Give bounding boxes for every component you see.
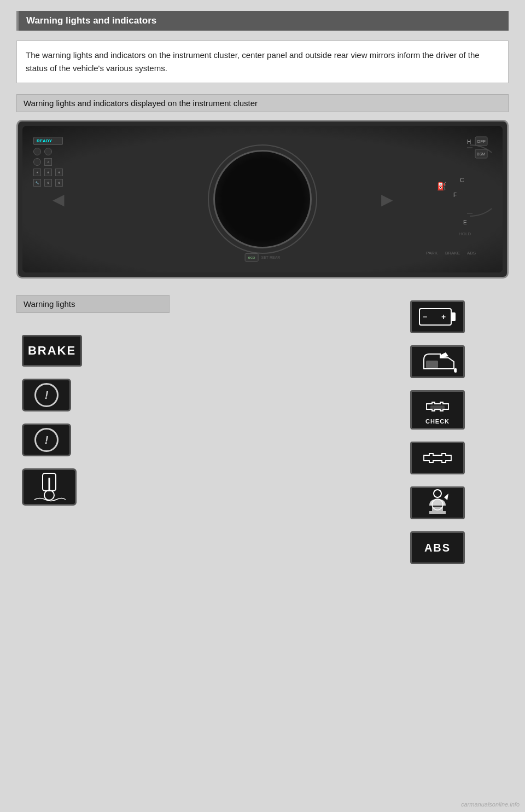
svg-rect-22 [426,361,438,368]
right-gauge-panel: H C F E ⛽ OFF BSM [382,134,492,265]
set-text: SET REAR [261,256,281,259]
indicator-row-2: ⚠ [33,158,63,166]
circle-i-text-2: ! [45,434,49,446]
watermark: carmanualsonline.info [461,801,520,808]
svg-rect-24 [430,405,445,410]
warning-left-column: Warning lights BRAKE ! ! [16,295,394,564]
right-gauges-svg: H C F E ⛽ OFF BSM [382,134,492,265]
warning-lights-header: Warning lights [16,295,170,313]
svg-text:ABS: ABS [467,251,476,256]
indicator-sq-7: ⚙ [55,179,63,187]
indicator-sq-3: ❄ [44,169,52,176]
speedo-circle [213,150,312,248]
left-indicator-panel: READY ⚠ ☀ ❄ ❄ 🔧 ⚙ ⚙ [33,137,63,187]
svg-text:BSM: BSM [477,152,485,156]
eco-badge: eco [245,253,259,262]
warning-lights-label: Warning lights [24,299,75,309]
page-wrapper: Warning lights and indicators The warnin… [0,0,525,812]
warning-lights-section: Warning lights BRAKE ! ! [16,295,509,564]
coolant-warning-box [22,468,77,506]
left-warning-icons: BRAKE ! ! [16,335,394,506]
airbag-warning-box [410,486,465,519]
indicator-row-3: ☀ ❄ ❄ [33,169,63,176]
indicator-sq-1: ⚠ [44,158,52,166]
left-turn-arrow: ◀ [52,190,65,208]
warning-right-column: − + [410,295,509,564]
engine-warning-box-2 [410,442,465,474]
check-engine-warning-box: CHECK [410,390,465,430]
battery-icon-svg: − + [418,306,457,328]
coolant-icon-svg [32,472,67,502]
circle-i-warning-box-1: ! [22,379,71,411]
description-box: The warning lights and indicators on the… [16,40,509,83]
svg-text:OFF: OFF [477,139,486,144]
indicator-dot-3 [33,158,41,166]
sub-header-title: Warning lights and indicators displayed … [24,98,258,108]
indicator-dot-1 [33,148,41,155]
svg-text:H: H [467,139,471,145]
airbag-icon-svg [421,489,454,517]
circle-i-icon-2: ! [34,428,59,452]
abs-label: ABS [424,542,451,554]
indicator-sq-2: ☀ [33,169,41,176]
svg-point-16 [44,490,54,500]
svg-text:HOLD: HOLD [459,231,471,236]
svg-text:−: − [423,312,427,321]
svg-text:E: E [463,219,467,225]
svg-point-25 [434,490,441,497]
description-text: The warning lights and indicators on the… [26,49,499,75]
check-label: CHECK [425,418,450,425]
battery-warning-box: − + [410,300,465,333]
instrument-cluster-inner: ◀ READY ⚠ ☀ ❄ ❄ 🔧 ⚙ [22,126,503,272]
oil-warning-box [410,345,465,378]
brake-label: BRAKE [28,344,76,358]
circle-i-text-1: ! [45,389,49,402]
sub-header: Warning lights and indicators displayed … [16,94,509,112]
indicator-row-1 [33,148,63,155]
watermark-text: carmanualsonline.info [461,801,520,808]
svg-text:C: C [460,177,464,183]
page-header: Warning lights and indicators [16,11,509,31]
svg-text:⛽: ⛽ [437,182,447,191]
cluster-center-bottom: eco SET REAR [245,253,281,262]
oil-icon-svg [418,350,457,374]
svg-rect-19 [451,312,456,321]
svg-text:PARK: PARK [426,251,438,256]
indicator-sq-5: 🔧 [33,179,41,187]
circle-i-icon-1: ! [34,383,59,407]
svg-text:F: F [453,192,457,198]
brake-warning-box: BRAKE [22,335,82,367]
ready-badge: READY [33,137,63,145]
header-title: Warning lights and indicators [26,15,156,26]
instrument-cluster-frame: ◀ READY ⚠ ☀ ❄ ❄ 🔧 ⚙ [16,120,509,279]
svg-text:+: + [441,312,446,321]
indicator-sq-4: ❄ [55,169,63,176]
indicator-dot-2 [44,148,52,155]
circle-i-warning-box-2: ! [22,424,71,456]
indicator-row-4: 🔧 ⚙ ⚙ [33,179,63,187]
check-engine-icon-svg [424,396,451,416]
indicator-sq-6: ⚙ [44,179,52,187]
svg-text:BRAKE: BRAKE [445,251,460,256]
abs-warning-box: ABS [410,531,465,564]
engine2-icon-svg [421,447,454,469]
